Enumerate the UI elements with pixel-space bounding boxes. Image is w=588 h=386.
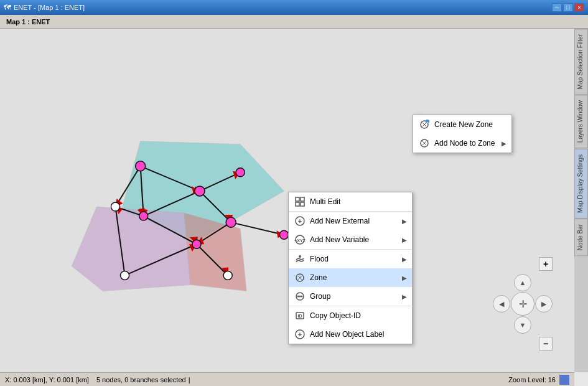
svg-point-35 [192,240,201,248]
pan-center-button[interactable]: ✛ [511,292,534,316]
svg-point-53 [301,296,303,298]
plus-xyz-icon: +XYZ [294,233,306,246]
layers-window-tab[interactable]: Layers Window [574,95,588,148]
svg-rect-40 [296,197,299,201]
grid-icon [294,195,306,208]
group-arrow: ▶ [402,293,407,300]
svg-point-36 [111,202,119,211]
main-window: Map 1 : ENET ⤢ [0,15,588,386]
svg-rect-0 [16,29,559,372]
zone-label: Zone [310,273,402,282]
zoom-in-button[interactable]: + [539,257,553,271]
add-object-label-label: Add New Object Label [310,330,407,339]
status-bar: X: 0.003 [km], Y: 0.001 [km] 5 nodes, 0 … [0,372,574,386]
context-menu-item-group[interactable]: Group ▶ [289,287,412,306]
context-menu-item-add-external[interactable]: + Add New External ▶ [289,211,412,230]
title-bar-text: ENET - [Map 1 : ENET] [14,4,85,11]
svg-point-38 [223,271,232,280]
add-node-zone-label: Add Node to Zone [434,139,495,148]
pan-left-button[interactable]: ◀ [493,295,510,313]
svg-text:+: + [298,217,302,225]
context-menu-item-flood[interactable]: Flood ▶ [289,249,412,268]
svg-point-52 [299,296,301,298]
svg-rect-42 [296,202,299,206]
svg-point-39 [279,230,288,239]
svg-text:+: + [427,120,429,124]
id-icon: ID [294,309,306,322]
map-title: Map 1 : ENET [2,18,54,26]
map-display-settings-tab[interactable]: Map Display Settings [574,149,588,219]
title-bar: 🗺 ENET - [Map 1 : ENET] ─ □ × [0,0,588,15]
window-controls: ─ □ × [552,3,584,12]
context-menu-item-zone[interactable]: Zone ▶ [289,268,412,287]
svg-text:→: → [426,138,430,143]
context-menu-item-add-variable[interactable]: +XYZ Add New Variable ▶ [289,230,412,249]
add-external-label: Add New External [310,217,402,225]
app-icon: 🗺 [4,3,11,12]
status-coords: X: 0.003 [km], Y: 0.001 [km] [5,376,89,384]
flood-arrow: ▶ [402,256,407,263]
maximize-button[interactable]: □ [563,3,573,12]
add-variable-label: Add New Variable [310,235,402,244]
context-menu: Multi Edit + Add New External ▶ [288,192,413,344]
pan-up-button[interactable]: ▲ [514,274,531,291]
menu-bar: Map 1 : ENET [0,15,588,29]
svg-point-32 [236,168,245,177]
zone-new-icon: + [418,118,431,131]
svg-point-34 [139,212,148,220]
sub-menu-item-create-zone[interactable]: + Create New Zone [413,115,511,134]
minimize-button[interactable]: ─ [552,3,562,12]
svg-point-31 [195,186,205,196]
svg-point-30 [136,161,146,171]
sub-menu-zone: + Create New Zone → Add Node to Zone ▶ [413,115,512,153]
context-menu-item-add-label[interactable]: + Add New Object Label [289,325,412,344]
context-menu-item-copy-id[interactable]: ID Copy Object-ID [289,306,412,325]
svg-rect-41 [301,197,304,201]
map-area[interactable]: ⤢ [0,29,574,372]
label-icon: + [294,328,306,341]
zone-arrow: ▶ [402,275,407,281]
svg-point-33 [226,217,236,227]
plus-circle-icon: + [294,215,306,227]
add-variable-arrow: ▶ [402,237,407,243]
map-selection-filter-tab[interactable]: Map Selection Filter [574,29,588,95]
zoom-out-button[interactable]: − [539,337,553,351]
group-label: Group [310,292,402,301]
zone-add-icon: → [418,137,431,149]
status-resize-grip[interactable] [559,375,569,385]
zone-icon [294,271,306,284]
flood-icon [294,253,306,265]
multi-edit-label: Multi Edit [310,197,407,206]
nav-controls: + ▲ ◀ ✛ ▶ ▼ − [493,257,553,351]
sub-menu-item-add-node-to-zone[interactable]: → Add Node to Zone ▶ [413,134,511,153]
add-node-zone-arrow: ▶ [502,140,506,147]
status-separator: | [189,376,190,384]
status-zoom: Zoom Level: 16 [508,376,556,384]
svg-point-48 [299,255,301,258]
svg-point-51 [297,296,299,298]
pan-down-button[interactable]: ▼ [514,316,531,334]
svg-point-37 [121,271,129,280]
create-zone-label: Create New Zone [434,120,493,129]
map-svg [0,29,574,372]
right-panel-tabs: Map Selection Filter Layers Window Map D… [574,29,588,372]
status-selection: 5 nodes, 0 branches selected [96,376,186,384]
copy-id-label: Copy Object-ID [310,311,407,320]
context-menu-item-multi-edit[interactable]: Multi Edit [289,192,412,211]
flood-label: Flood [310,255,402,263]
svg-text:+: + [298,331,302,338]
svg-text:+XYZ: +XYZ [294,238,306,243]
node-bar-tab[interactable]: Node Bar [574,219,588,256]
close-button[interactable]: × [574,3,584,12]
add-external-arrow: ▶ [402,218,407,225]
group-icon [294,290,306,303]
svg-text:ID: ID [298,314,302,318]
svg-rect-43 [301,202,304,206]
pan-right-button[interactable]: ▶ [535,295,553,313]
